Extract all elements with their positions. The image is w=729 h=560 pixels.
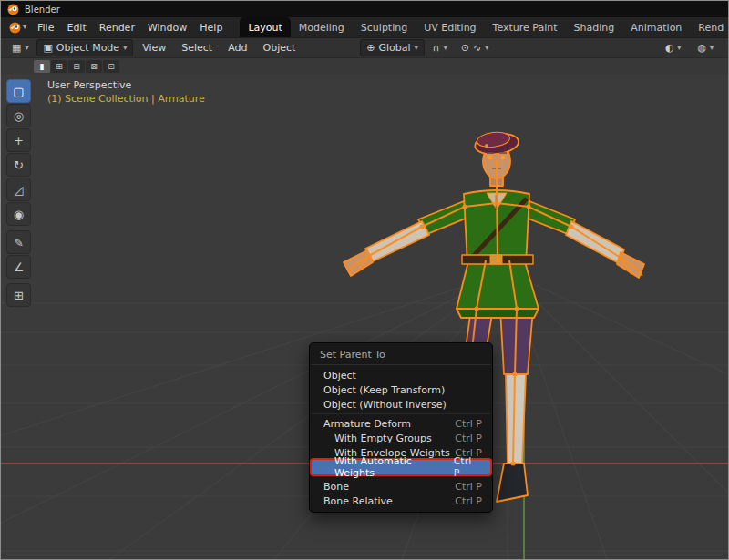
menu-render[interactable]: Render (93, 19, 141, 36)
tool-measure-button[interactable]: ∠ (6, 255, 31, 279)
menu-file[interactable]: File (31, 19, 60, 36)
select-mode-subtract-icon: ⊟ (73, 62, 80, 71)
menu-view[interactable]: View (136, 39, 172, 56)
scale-icon: ◿ (15, 183, 24, 197)
falloff-icon: ∿ (473, 43, 481, 53)
menu-title: Set Parent To (310, 345, 492, 363)
chevron-down-icon: ▾ (23, 24, 26, 31)
menu-add[interactable]: Add (221, 39, 253, 56)
menu-item-armature-deform[interactable]: Armature Deform Ctrl P (310, 416, 492, 431)
rotate-icon: ↻ (14, 158, 24, 172)
menu-item-label: Object (323, 370, 356, 382)
blender-menu-button[interactable]: ▾ (5, 20, 31, 36)
magnet-icon: ∩ (433, 43, 440, 53)
orientation-label: Global (379, 42, 411, 54)
chevron-down-icon: ▾ (444, 45, 447, 52)
proportional-editing-toggle[interactable]: ⊙ ∿ ▾ (456, 41, 494, 55)
menu-item-label: Object (Without Inverse) (323, 399, 447, 411)
menu-item-label: Bone (323, 481, 349, 493)
editor-type-icon: ▦ (12, 43, 21, 53)
select-mode-new-button[interactable]: ▮ (34, 60, 50, 73)
menu-separator (311, 364, 491, 365)
menu-item-bone[interactable]: Bone Ctrl P (310, 479, 492, 494)
tab-layout[interactable]: Layout (240, 17, 290, 37)
tool-rotate-button[interactable]: ↻ (6, 153, 31, 177)
editor-type-button[interactable]: ▦ ▾ (6, 41, 34, 55)
measure-icon: ∠ (14, 260, 25, 274)
tool-annotate-button[interactable]: ✎ (6, 230, 31, 254)
tab-rendering[interactable]: Rendering (690, 17, 724, 37)
workspace-tabs: Layout Modeling Sculpting UV Editing Tex… (240, 17, 724, 37)
menu-edit[interactable]: Edit (60, 19, 92, 36)
tab-modeling[interactable]: Modeling (291, 17, 353, 37)
proportional-editing-icon: ⊙ (461, 43, 469, 53)
set-parent-menu: Set Parent To Object Object (Keep Transf… (309, 342, 493, 513)
viewport-header: ▦ ▾ ▣ Object Mode ▾ View Select Add Obje… (1, 37, 728, 57)
tool-cursor-button[interactable]: ◎ (6, 104, 31, 127)
select-mode-intersect-icon: ⊡ (108, 62, 115, 71)
tool-select-box-button[interactable]: ▢ (6, 79, 31, 103)
chevron-down-icon: ▾ (123, 45, 127, 52)
tool-scale-button[interactable]: ◿ (6, 178, 31, 201)
transform-orientation-dropdown[interactable]: ⊕ Global ▾ (360, 39, 424, 56)
object-mode-icon: ▣ (43, 43, 52, 53)
blender-logo-icon (7, 4, 19, 15)
select-mode-intersect-button[interactable]: ⊡ (103, 60, 119, 73)
menu-item-with-empty-groups[interactable]: With Empty Groups Ctrl P (310, 431, 492, 445)
move-icon: + (14, 134, 24, 148)
annotate-icon: ✎ (14, 236, 24, 249)
select-mode-group: ▮ ⊞ ⊟ ⊠ ⊡ (34, 60, 119, 73)
tab-uv-editing[interactable]: UV Editing (416, 17, 484, 37)
tab-shading[interactable]: Shading (566, 17, 623, 37)
menu-item-shortcut: Ctrl P (455, 433, 482, 444)
menu-item-shortcut: Ctrl P (454, 455, 480, 479)
menu-item-object-keep-transform[interactable]: Object (Keep Transform) (310, 382, 492, 397)
tool-transform-button[interactable]: ◉ (6, 202, 31, 226)
menu-item-object[interactable]: Object (310, 368, 492, 382)
select-mode-invert-button[interactable]: ⊠ (86, 60, 102, 73)
viewport-shading-group: ◐ ▾ ◍ ▾ (660, 41, 723, 55)
menu-window[interactable]: Window (141, 19, 193, 36)
menu-item-label: With Empty Groups (334, 433, 432, 444)
menu-select[interactable]: Select (175, 39, 219, 56)
active-collection-label: (1) Scene Collection | Armature (47, 93, 205, 105)
menu-item-object-without-inverse[interactable]: Object (Without Inverse) (310, 397, 492, 412)
mode-label: Object Mode (56, 42, 119, 54)
tool-add-cube-button[interactable]: ⊞ (6, 283, 31, 307)
select-mode-new-icon: ▮ (40, 62, 45, 71)
titlebar: Blender (1, 1, 728, 17)
menu-help[interactable]: Help (193, 19, 229, 36)
mode-dropdown[interactable]: ▣ Object Mode ▾ (36, 39, 133, 56)
menu-item-label: With Automatic Weights (334, 455, 454, 479)
select-mode-extend-icon: ⊞ (56, 62, 63, 71)
tool-column: ▢ ◎ + ↻ ◿ ◉ ✎ ∠ ⊞ (6, 79, 31, 307)
shading-solid-icon: ◐ (665, 43, 674, 53)
shading-preview-icon: ◍ (697, 43, 706, 53)
tab-texture-paint[interactable]: Texture Paint (485, 17, 566, 37)
snap-toggle[interactable]: ∩ ▾ (427, 41, 453, 55)
tab-animation[interactable]: Animation (622, 17, 690, 37)
tool-move-button[interactable]: + (6, 128, 31, 152)
tab-sculpting[interactable]: Sculpting (353, 17, 416, 37)
menu-item-shortcut: Ctrl P (455, 418, 482, 430)
menu-object[interactable]: Object (256, 39, 302, 56)
chevron-down-icon: ▾ (710, 45, 714, 52)
viewport-3d[interactable]: User Perspective (1) Scene Collection | … (1, 74, 728, 559)
select-mode-subtract-button[interactable]: ⊟ (68, 60, 85, 73)
select-mode-invert-icon: ⊠ (90, 62, 98, 71)
window-title: Blender (25, 5, 60, 15)
menu-item-bone-relative[interactable]: Bone Relative Ctrl P (310, 494, 492, 508)
menu-item-label: Armature Deform (323, 418, 411, 430)
topbar: ▾ File Edit Render Window Help Layout Mo… (1, 17, 728, 37)
menu-item-label: Bone Relative (323, 495, 393, 507)
visibility-dropdown[interactable]: ◐ ▾ (660, 41, 687, 55)
transform-icon: ◉ (14, 208, 24, 221)
add-cube-icon: ⊞ (14, 289, 24, 302)
chevron-down-icon: ▾ (415, 45, 418, 52)
blender-window: Blender ▾ File Edit Render Window Help L… (0, 0, 729, 560)
menu-item-with-automatic-weights[interactable]: With Automatic Weights Ctrl P (312, 460, 490, 474)
view-perspective-label: User Perspective (47, 79, 131, 91)
cursor-icon: ◎ (14, 109, 24, 123)
shading-mode-dropdown[interactable]: ◍ ▾ (692, 41, 719, 55)
select-mode-extend-button[interactable]: ⊞ (51, 60, 67, 73)
